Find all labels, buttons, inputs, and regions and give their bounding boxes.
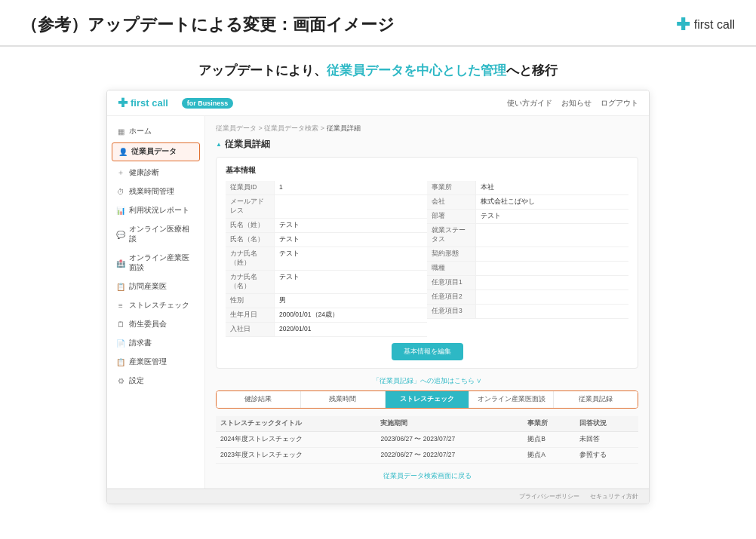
- info-row-company: 会社 株式会社こばやし: [427, 195, 628, 210]
- info-row-kana-last: カナ氏名（姓） テスト: [226, 247, 427, 271]
- settings-icon: ⚙: [116, 377, 125, 385]
- sidebar-item-invoice[interactable]: 📄 請求書: [107, 334, 204, 353]
- logo-text: first call: [694, 18, 735, 32]
- sidebar-item-stress[interactable]: ≡ ストレスチェック: [107, 296, 204, 315]
- committee-icon: 🗒: [116, 320, 125, 329]
- sub-heading-prefix: アップデートにより、: [198, 63, 327, 78]
- footer-privacy[interactable]: プライバシーポリシー: [519, 492, 579, 501]
- sidebar-item-home[interactable]: ▦ ホーム: [107, 122, 204, 141]
- mockup-logo-text: first call: [131, 97, 168, 109]
- tab-stress-check[interactable]: ストレスチェック: [386, 391, 470, 408]
- sub-heading-suffix: へと移行: [506, 63, 558, 78]
- mockup-logo: ✚ first call: [118, 96, 168, 110]
- mockup-sidebar: ▦ ホーム 👤 従業員データ ＋ 健康診断 ⏱ 残業時間管理 📊 利用状況レポー…: [107, 116, 205, 488]
- info-left-col: 従業員ID 1 メールアドレス 氏名（姓） テスト 氏名（名）: [226, 181, 427, 337]
- col-period: 実施期間: [376, 416, 523, 432]
- employee-icon: 👤: [118, 148, 128, 156]
- mockup-footer: プライバシーポリシー セキュリティ方針: [107, 488, 649, 504]
- stress-icon: ≡: [116, 302, 125, 310]
- health-icon: ＋: [116, 167, 125, 178]
- page-header: （参考）アップデートによる変更：画面イメージ ✚ first call: [0, 0, 756, 47]
- sub-heading: アップデートにより、従業員データを中心とした管理へと移行: [0, 47, 756, 90]
- home-icon: ▦: [116, 127, 125, 136]
- info-row-contract: 契約形態: [427, 247, 628, 262]
- sidebar-item-committee[interactable]: 🗒 衛生委員会: [107, 315, 204, 334]
- stress-check-table: ストレスチェックタイトル 実施期間 事業所 回答状況 2024年度ストレスチェッ…: [216, 416, 638, 464]
- cell-period-0: 2023/06/27 〜 2023/07/27: [376, 432, 523, 448]
- overtime-icon: ⏱: [116, 188, 125, 196]
- nav-notice[interactable]: お知らせ: [561, 98, 592, 109]
- sub-heading-highlight: 従業員データを中心とした管理: [327, 63, 506, 78]
- cell-period-1: 2022/06/27 〜 2022/07/27: [376, 448, 523, 464]
- info-card: 基本情報 従業員ID 1 メールアドレス 氏名（姓）: [216, 157, 638, 369]
- sidebar-item-health[interactable]: ＋ 健康診断: [107, 163, 204, 182]
- tab-online-industrial[interactable]: オンライン産業医面談: [469, 391, 554, 408]
- industrial-mgmt-icon: 📋: [116, 358, 125, 366]
- info-row-firstname: 氏名（名） テスト: [226, 233, 427, 247]
- sidebar-item-online-consult[interactable]: 💬 オンライン医療相談: [107, 220, 204, 249]
- info-row-employment-status: 就業ステータス: [427, 224, 628, 247]
- cell-status-0: 未回答: [575, 432, 638, 448]
- table-row: 2024年度ストレスチェック 2023/06/27 〜 2023/07/27 拠…: [216, 432, 638, 448]
- report-icon: 📊: [116, 207, 125, 215]
- logo-icon: ✚: [676, 15, 690, 35]
- edit-basic-info-button[interactable]: 基本情報を編集: [392, 343, 463, 360]
- sidebar-item-employee-data[interactable]: 👤 従業員データ: [112, 142, 200, 161]
- industrial-icon: 🏥: [116, 259, 125, 268]
- info-grid: 従業員ID 1 メールアドレス 氏名（姓） テスト 氏名（名）: [226, 181, 628, 337]
- breadcrumb-employee-data[interactable]: 従業員データ: [216, 124, 257, 132]
- col-title: ストレスチェックタイトル: [216, 416, 376, 432]
- mockup-topbar-right: 使い方ガイド お知らせ ログアウト: [507, 98, 638, 109]
- visit-icon: 📋: [116, 283, 125, 291]
- col-status: 回答状況: [575, 416, 638, 432]
- tab-bar: 健診結果 残業時間 ストレスチェック オンライン産業医面談 従業員記録: [216, 390, 638, 409]
- info-row-id: 従業員ID 1: [226, 181, 427, 195]
- cell-status-1[interactable]: 参照する: [575, 448, 638, 464]
- for-business-badge: for Business: [182, 98, 234, 109]
- page-title: （参考）アップデートによる変更：画面イメージ: [21, 14, 395, 36]
- employee-record-link[interactable]: 「従業員記録」への追加はこちら ∨: [216, 376, 638, 386]
- mockup-body: ▦ ホーム 👤 従業員データ ＋ 健康診断 ⏱ 残業時間管理 📊 利用状況レポー…: [107, 116, 649, 488]
- tab-employee-record[interactable]: 従業員記録: [554, 391, 638, 408]
- consult-icon: 💬: [116, 231, 125, 239]
- cell-office-0: 拠点B: [523, 432, 575, 448]
- mockup-logo-icon: ✚: [118, 96, 128, 110]
- mockup-main: 従業員データ > 従業員データ検索 > 従業員詳細 従業員詳細 基本情報 従業員…: [205, 116, 649, 488]
- footer-security[interactable]: セキュリティ方針: [590, 492, 638, 501]
- info-row-email: メールアドレス: [226, 195, 427, 219]
- tab-overtime[interactable]: 残業時間: [301, 391, 386, 408]
- info-right-col: 事業所 本社 会社 株式会社こばやし 部署 テスト 就業ステータス: [427, 181, 628, 337]
- cell-office-1: 拠点A: [523, 448, 575, 464]
- info-row-job: 職種: [427, 262, 628, 276]
- mockup-topbar: ✚ first call for Business 使い方ガイド お知らせ ログ…: [107, 90, 649, 116]
- info-row-gender: 性別 男: [226, 294, 427, 308]
- invoice-icon: 📄: [116, 339, 125, 348]
- sidebar-item-settings[interactable]: ⚙ 設定: [107, 372, 204, 390]
- mockup-container: ✚ first call for Business 使い方ガイド お知らせ ログ…: [106, 90, 650, 504]
- sidebar-item-overtime[interactable]: ⏱ 残業時間管理: [107, 182, 204, 201]
- sidebar-item-report[interactable]: 📊 利用状況レポート: [107, 201, 204, 220]
- logo-area: ✚ first call: [676, 15, 735, 35]
- nav-guide[interactable]: 使い方ガイド: [507, 98, 552, 109]
- info-row-dept: 部署 テスト: [427, 210, 628, 224]
- sidebar-item-industrial-mgmt[interactable]: 📋 産業医管理: [107, 353, 204, 372]
- sidebar-item-online-industrial[interactable]: 🏥 オンライン産業医面談: [107, 249, 204, 277]
- cell-title-0: 2024年度ストレスチェック: [216, 432, 376, 448]
- cell-title-1: 2023年度ストレスチェック: [216, 448, 376, 464]
- info-row-custom3: 任意項目3: [427, 305, 628, 319]
- info-card-title: 基本情報: [226, 165, 628, 176]
- table-row: 2023年度ストレスチェック 2022/06/27 〜 2022/07/27 拠…: [216, 448, 638, 464]
- tab-health-results[interactable]: 健診結果: [217, 391, 301, 408]
- info-row-custom2: 任意項目2: [427, 290, 628, 305]
- nav-logout[interactable]: ログアウト: [601, 98, 638, 109]
- sidebar-item-visit[interactable]: 📋 訪問産業医: [107, 277, 204, 296]
- info-row-custom1: 任意項目1: [427, 276, 628, 290]
- breadcrumb: 従業員データ > 従業員データ検索 > 従業員詳細: [216, 124, 638, 133]
- info-row-kana-first: カナ氏名（名） テスト: [226, 271, 427, 294]
- info-row-office: 事業所 本社: [427, 181, 628, 195]
- info-row-joindate: 入社日 2020/01/01: [226, 323, 427, 337]
- detail-section-title: 従業員詳細: [216, 138, 638, 151]
- back-link[interactable]: 従業員データ検索画面に戻る: [216, 471, 638, 481]
- col-office: 事業所: [523, 416, 575, 432]
- breadcrumb-employee-search[interactable]: 従業員データ検索: [264, 124, 318, 132]
